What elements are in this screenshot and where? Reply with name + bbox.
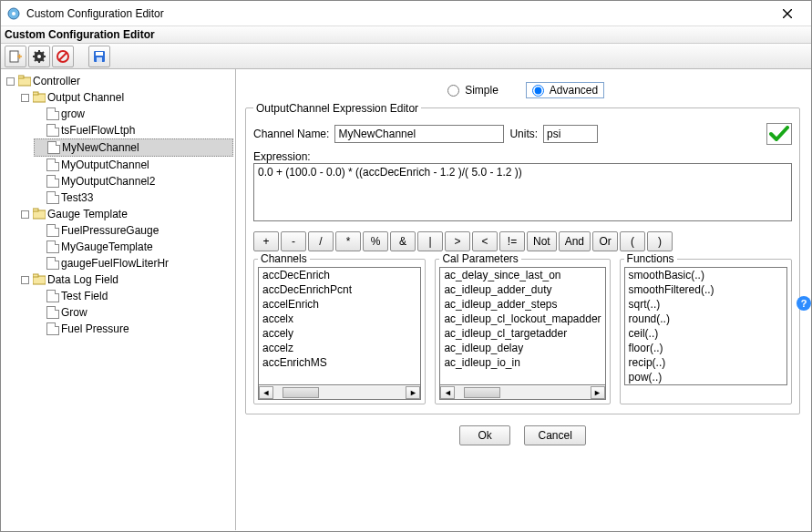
op-button[interactable]: And <box>559 231 591 251</box>
collapse-icon[interactable] <box>21 210 29 219</box>
units-input[interactable] <box>543 125 598 143</box>
tree-group-label: Data Log Field <box>47 271 118 288</box>
op-button[interactable]: Not <box>527 231 557 251</box>
op-button[interactable]: - <box>281 231 306 251</box>
channels-hscroll[interactable]: ◄► <box>258 385 421 400</box>
folder-icon <box>33 208 46 220</box>
tree-item[interactable]: Grow <box>34 304 233 321</box>
tree-item[interactable]: Fuel Pressure <box>34 321 233 337</box>
tree-item-label: FuelPressureGauge <box>61 222 159 239</box>
radio-advanced[interactable]: Advanced <box>526 82 604 98</box>
tree-item[interactable]: gaugeFuelFlowLiterHr <box>34 255 233 271</box>
tree-item[interactable]: Test33 <box>34 189 233 206</box>
expression-input[interactable] <box>253 163 792 221</box>
calparams-hscroll[interactable]: ◄► <box>439 385 605 400</box>
scroll-left-icon[interactable]: ◄ <box>259 386 273 399</box>
list-item[interactable]: accelEnrich <box>259 297 420 312</box>
tree-group[interactable]: Gauge Template <box>19 206 233 222</box>
settings-button[interactable] <box>28 46 50 67</box>
delete-button[interactable] <box>52 46 74 67</box>
op-button[interactable]: Or <box>592 231 618 251</box>
op-button[interactable]: / <box>308 231 334 251</box>
radio-simple[interactable]: Simple <box>441 82 505 98</box>
tree-panel: Controller Output ChannelgrowtsFuelFlowL… <box>1 69 236 530</box>
save-button[interactable] <box>88 46 110 67</box>
tree-root[interactable]: Controller <box>5 73 233 89</box>
tree-item[interactable]: tsFuelFlowLtph <box>34 122 233 138</box>
scroll-right-icon[interactable]: ► <box>406 386 420 399</box>
list-item[interactable]: ac_idleup_cl_targetadder <box>440 326 604 341</box>
help-icon[interactable]: ? <box>797 296 811 311</box>
list-item[interactable]: accDecEnrichPcnt <box>259 282 420 297</box>
list-item[interactable]: smoothFiltered(..) <box>625 282 786 297</box>
tree-item[interactable]: Test Field <box>34 288 233 304</box>
scroll-left-icon[interactable]: ◄ <box>440 386 455 399</box>
tree-item[interactable]: MyOutputChannel2 <box>34 173 233 189</box>
list-item[interactable]: ac_idleup_adder_duty <box>440 282 604 297</box>
functions-list[interactable]: smoothBasic(..)smoothFiltered(..)sqrt(..… <box>624 267 787 385</box>
tree-item[interactable]: MyGaugeTemplate <box>34 239 233 255</box>
list-item[interactable]: ac_delay_since_last_on <box>440 268 604 282</box>
list-item[interactable]: floor(..) <box>625 341 786 355</box>
svg-rect-19 <box>97 57 102 62</box>
tree-root-label: Controller <box>33 73 80 89</box>
list-item[interactable]: ac_idleup_io_in <box>440 355 604 370</box>
folder-icon <box>33 273 46 286</box>
list-item[interactable]: pow(..) <box>625 370 786 384</box>
collapse-icon[interactable] <box>21 94 29 102</box>
list-item[interactable]: ceil(..) <box>625 326 786 341</box>
units-label: Units: <box>509 128 538 140</box>
close-button[interactable] <box>769 2 806 26</box>
tree-item[interactable]: MyNewChannel <box>34 138 233 157</box>
op-button[interactable]: + <box>253 231 279 251</box>
op-button[interactable]: ( <box>620 231 645 251</box>
op-button[interactable]: % <box>363 231 388 251</box>
list-item[interactable]: smoothBasic(..) <box>625 268 786 282</box>
tree-group[interactable]: Data Log Field <box>19 271 233 288</box>
editor-panel: Simple Advanced OutputChannel Expression… <box>236 69 811 530</box>
list-item[interactable]: accelx <box>259 312 420 326</box>
svg-rect-18 <box>96 52 103 56</box>
op-button[interactable]: & <box>390 231 416 251</box>
op-button[interactable]: > <box>445 231 470 251</box>
svg-line-13 <box>42 52 44 54</box>
expression-label: Expression: <box>253 150 792 163</box>
tree-item[interactable]: grow <box>34 106 233 122</box>
op-button[interactable]: != <box>499 231 525 251</box>
new-button[interactable] <box>5 46 26 67</box>
list-item[interactable]: accely <box>259 326 420 341</box>
expression-editor-group: OutputChannel Expression Editor Channel … <box>245 107 800 414</box>
list-item[interactable]: sqrt(..) <box>625 297 786 312</box>
tree-item[interactable]: FuelPressureGauge <box>34 222 233 239</box>
ok-button[interactable]: Ok <box>459 425 510 445</box>
folder-icon <box>33 91 46 104</box>
collapse-icon[interactable] <box>21 276 29 284</box>
tree-group[interactable]: Output Channel <box>19 89 233 106</box>
svg-line-11 <box>35 52 36 54</box>
op-button[interactable]: | <box>417 231 443 251</box>
list-item[interactable]: round(..) <box>625 312 786 326</box>
cal-params-legend: Cal Parameters <box>439 252 520 265</box>
op-button[interactable]: * <box>335 231 361 251</box>
list-item[interactable]: accDecEnrich <box>259 268 420 282</box>
cancel-button[interactable]: Cancel <box>524 425 585 445</box>
list-item[interactable]: ac_idleup_adder_steps <box>440 297 604 312</box>
list-item[interactable]: recip(..) <box>625 355 786 370</box>
panel-title: Custom Configuration Editor <box>1 26 811 44</box>
tree-item-label: grow <box>61 106 85 122</box>
channels-list[interactable]: accDecEnrichaccDecEnrichPcntaccelEnricha… <box>258 267 421 385</box>
cal-params-list[interactable]: ac_delay_since_last_onac_idleup_adder_du… <box>439 267 605 385</box>
file-icon <box>46 257 59 270</box>
op-button[interactable]: ) <box>647 231 673 251</box>
list-item[interactable]: accelz <box>259 341 420 355</box>
list-item[interactable]: accEnrichMS <box>259 355 420 370</box>
list-item[interactable]: ac_idleup_cl_lockout_mapadder <box>440 312 604 326</box>
list-item[interactable]: ac_idleup_delay <box>440 341 604 355</box>
scroll-right-icon[interactable]: ► <box>591 386 605 399</box>
tree-item[interactable]: MyOutputChannel <box>34 157 233 173</box>
channel-name-input[interactable] <box>334 125 504 143</box>
op-button[interactable]: < <box>472 231 498 251</box>
collapse-icon[interactable] <box>6 77 15 86</box>
titlebar: Custom Configuration Editor <box>1 1 811 26</box>
functions-panel: Functions smoothBasic(..)smoothFiltered(… <box>620 259 792 404</box>
